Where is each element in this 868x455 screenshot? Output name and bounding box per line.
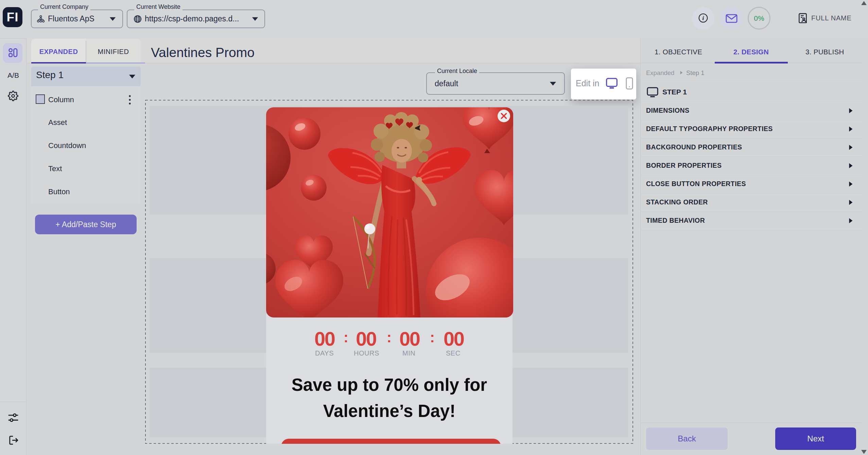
- svg-text:i: i: [702, 15, 704, 21]
